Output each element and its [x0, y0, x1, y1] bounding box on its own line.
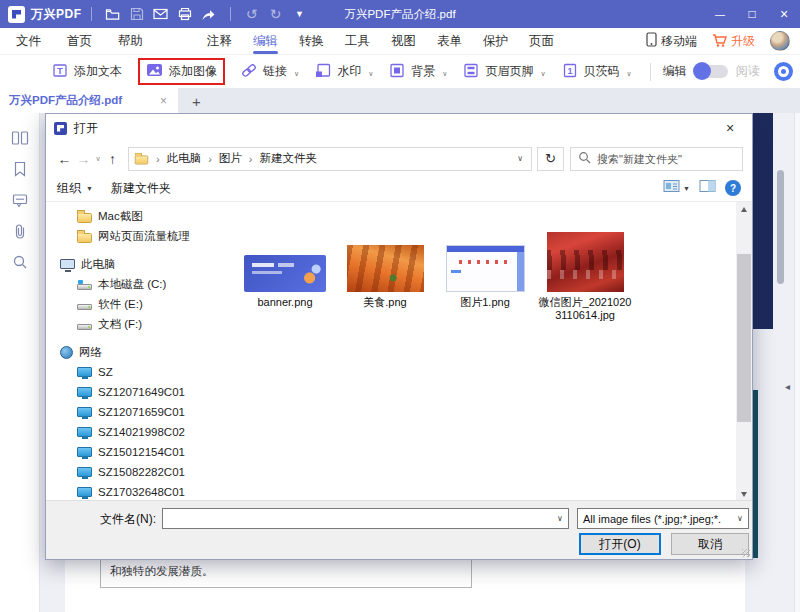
document-tabbar: 万兴PDF产品介绍.pdf — [0, 88, 800, 113]
comments-icon[interactable] — [11, 191, 29, 209]
menu-保护[interactable]: 保护 — [483, 28, 508, 55]
menu-帮助[interactable]: 帮助 — [118, 28, 143, 55]
toolbar-add-text-button[interactable]: T添加文本 — [52, 63, 122, 81]
file-item-图片1.png[interactable]: 图片1.png — [437, 230, 533, 309]
undo-icon[interactable]: ↺ — [240, 2, 264, 26]
dropdown-caret-icon[interactable] — [627, 70, 632, 81]
menu-工具[interactable]: 工具 — [345, 28, 370, 55]
forward-icon[interactable] — [74, 151, 93, 167]
panel-collapse-icon[interactable] — [785, 381, 790, 392]
dropdown-caret-icon[interactable] — [540, 70, 545, 81]
help-icon[interactable] — [725, 180, 741, 196]
assistant-icon[interactable] — [774, 62, 793, 81]
app-window: 万兴PDF ↺ ↻ 万兴PDF产品介绍.pdf 文件首页帮助 注释编辑转换工具视… — [0, 0, 800, 612]
menu-文件[interactable]: 文件 — [16, 28, 41, 55]
tree-item-此电脑[interactable]: 此电脑 — [46, 254, 229, 274]
view-controls — [663, 179, 741, 197]
up-icon[interactable] — [103, 151, 122, 167]
document-scrollbar-thumb[interactable] — [777, 170, 784, 284]
mobile-button[interactable]: 移动端 — [646, 32, 697, 50]
tree-item-文档 (F:)[interactable]: 文档 (F:) — [46, 314, 229, 334]
tab-close-icon[interactable] — [158, 94, 169, 108]
resize-grip[interactable] — [742, 549, 750, 557]
dropdown-caret-icon[interactable] — [294, 70, 299, 81]
organize-button[interactable]: 组织 — [57, 180, 93, 197]
dropdown-caret-icon[interactable] — [442, 70, 447, 81]
tree-item-SZ12071659C01[interactable]: SZ12071659C01 — [46, 402, 229, 422]
view-mode-button[interactable] — [663, 179, 690, 197]
tree-item-SZ15082282C01[interactable]: SZ15082282C01 — [46, 462, 229, 482]
tree-item-SZ12071649C01[interactable]: SZ12071649C01 — [46, 382, 229, 402]
back-icon[interactable] — [55, 151, 74, 167]
open-button[interactable]: 打开(O) — [579, 533, 661, 555]
minimize-button[interactable] — [704, 0, 736, 28]
tree-item-SZ14021998C02[interactable]: SZ14021998C02 — [46, 422, 229, 442]
open-file-icon[interactable] — [101, 2, 125, 26]
page-thumbnails-icon[interactable] — [11, 129, 29, 147]
toolbar-watermark-button[interactable]: 水印 — [315, 63, 373, 81]
print-icon[interactable] — [173, 2, 197, 26]
save-icon[interactable] — [125, 2, 149, 26]
upgrade-button[interactable]: 升级 — [712, 33, 755, 50]
file-thumbnail-wrap — [337, 230, 433, 292]
breadcrumb-图片[interactable]: 图片 — [219, 151, 242, 166]
preview-pane-icon[interactable] — [699, 179, 716, 197]
address-breadcrumb[interactable]: 此电脑图片新建文件夹 — [128, 147, 532, 171]
file-item-banner.png[interactable]: banner.png — [237, 230, 333, 309]
toolbar-separator — [650, 63, 651, 81]
user-avatar[interactable] — [770, 31, 790, 51]
file-item-美食.png[interactable]: 美食.png — [337, 230, 433, 309]
menu-注释[interactable]: 注释 — [207, 28, 232, 55]
toolbar-background-button[interactable]: 背景 — [389, 63, 447, 81]
address-caret-icon[interactable] — [517, 154, 526, 163]
tree-item-SZ15012154C01[interactable]: SZ15012154C01 — [46, 442, 229, 462]
edit-toolbar: T添加文本添加图像链接水印背景页眉页脚1贝茨码 编辑 阅读 — [0, 55, 800, 88]
redo-icon[interactable]: ↻ — [264, 2, 288, 26]
menu-转换[interactable]: 转换 — [299, 28, 324, 55]
attachments-icon[interactable] — [11, 222, 29, 240]
cancel-button[interactable]: 取消 — [671, 533, 749, 555]
dropdown-caret-icon[interactable] — [368, 70, 373, 81]
toolbar-bates-button[interactable]: 1贝茨码 — [562, 63, 632, 81]
close-button[interactable] — [768, 0, 800, 28]
file-type-caret-icon — [732, 514, 748, 523]
tree-item-本地磁盘 (C:)[interactable]: 本地磁盘 (C:) — [46, 274, 229, 294]
search-input[interactable] — [597, 153, 735, 165]
dialog-close-icon[interactable] — [708, 114, 752, 142]
breadcrumb-此电脑[interactable]: 此电脑 — [167, 151, 202, 166]
recent-locations-caret-icon[interactable] — [93, 155, 103, 163]
menu-页面[interactable]: 页面 — [529, 28, 554, 55]
share-icon[interactable] — [197, 2, 221, 26]
document-tab[interactable]: 万兴PDF产品介绍.pdf — [0, 88, 178, 113]
search-icon[interactable] — [11, 253, 29, 271]
refresh-icon[interactable] — [537, 147, 564, 171]
filename-input[interactable] — [163, 509, 552, 528]
filename-combobox[interactable] — [162, 508, 569, 529]
menu-首页[interactable]: 首页 — [67, 28, 92, 55]
tree-item-网站页面流量梳理[interactable]: 网站页面流量梳理 — [46, 226, 229, 246]
menu-编辑[interactable]: 编辑 — [253, 28, 278, 55]
pdf-visible-text: 和独特的发展潜质。 — [110, 564, 462, 579]
file-item-微信图片_20210203110614.jpg[interactable]: 微信图片_20210203110614.jpg — [537, 230, 633, 322]
menu-表单[interactable]: 表单 — [437, 28, 462, 55]
new-tab-button[interactable] — [192, 93, 201, 113]
edit-read-toggle[interactable] — [695, 65, 728, 78]
breadcrumb-新建文件夹[interactable]: 新建文件夹 — [260, 151, 318, 166]
dialog-navigation-bar: 此电脑图片新建文件夹 — [46, 142, 752, 175]
new-folder-button[interactable]: 新建文件夹 — [111, 180, 171, 197]
tree-item-SZ[interactable]: SZ — [46, 362, 229, 382]
menu-视图[interactable]: 视图 — [391, 28, 416, 55]
search-box[interactable] — [570, 147, 743, 171]
maximize-button[interactable] — [736, 0, 768, 28]
file-type-select[interactable]: All image files (*.jpg;*.jpeg;*. — [577, 508, 749, 529]
tree-item-网络[interactable]: 网络 — [46, 342, 229, 362]
tree-item-Mac截图[interactable]: Mac截图 — [46, 206, 229, 226]
email-icon[interactable] — [149, 2, 173, 26]
toolbar-customize-caret-icon[interactable] — [288, 2, 312, 26]
toolbar-add-image-button[interactable]: 添加图像 — [146, 63, 217, 80]
toolbar-link-button[interactable]: 链接 — [241, 63, 299, 81]
toolbar-header-footer-button[interactable]: 页眉页脚 — [463, 63, 545, 81]
tree-item-SZ17032648C01[interactable]: SZ17032648C01 — [46, 482, 229, 502]
tree-item-软件 (E:)[interactable]: 软件 (E:) — [46, 294, 229, 314]
bookmarks-icon[interactable] — [11, 160, 29, 178]
